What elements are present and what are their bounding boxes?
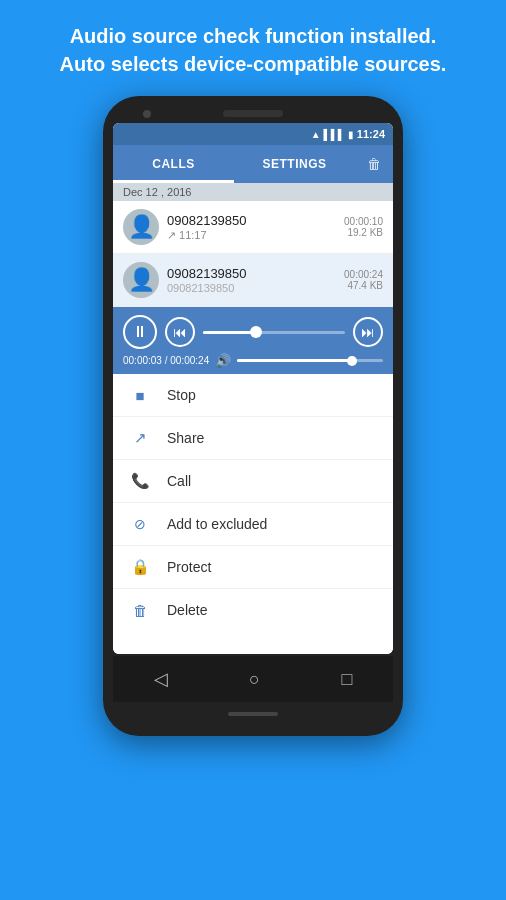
phone-screen: ▲ ▌▌▌ ▮ 11:24 CALLS SETTINGS 🗑 xyxy=(113,123,393,654)
call-sub-2: 09082139850 xyxy=(167,282,336,294)
menu-label-protect: Protect xyxy=(167,559,211,575)
date-header: Dec 12 , 2016 xyxy=(113,183,393,201)
status-icons: ▲ ▌▌▌ ▮ 11:24 xyxy=(311,128,385,140)
volume-fill xyxy=(237,359,354,362)
pause-button[interactable]: ⏸ xyxy=(123,315,157,349)
tab-settings-label: SETTINGS xyxy=(262,157,326,171)
menu-label-exclude: Add to excluded xyxy=(167,516,267,532)
home-button[interactable]: ○ xyxy=(249,669,260,690)
menu-item-exclude[interactable]: ⊘ Add to excluded xyxy=(113,503,393,546)
call-list: 👤 09082139850 ↗ 11:17 00:00:10 19.2 KB xyxy=(113,201,393,307)
stop-icon: ■ xyxy=(129,384,151,406)
call-meta-1: 00:00:10 19.2 KB xyxy=(344,216,383,238)
home-bar xyxy=(228,712,278,716)
prev-icon: ⏮ xyxy=(173,324,187,340)
signal-icon: ▌▌▌ xyxy=(324,129,345,140)
player-current-time: 00:00:03 / 00:00:24 xyxy=(123,355,209,366)
call-item-1[interactable]: 👤 09082139850 ↗ 11:17 00:00:10 19.2 KB xyxy=(113,201,393,254)
avatar-1: 👤 xyxy=(123,209,159,245)
call-sub-text-1: ↗ 11:17 xyxy=(167,229,207,242)
player-time-row: 00:00:03 / 00:00:24 🔊 xyxy=(123,353,383,368)
call-item-2[interactable]: 👤 09082139850 09082139850 00:00:24 47.4 … xyxy=(113,254,393,307)
menu-label-delete: Delete xyxy=(167,602,207,618)
call-sub-1: ↗ 11:17 xyxy=(167,229,336,242)
nav-bar: ◁ ○ □ xyxy=(113,656,393,702)
volume-icon: 🔊 xyxy=(215,353,231,368)
seek-thumb xyxy=(250,326,262,338)
next-button[interactable]: ⏭ xyxy=(353,317,383,347)
call-number-1: 09082139850 xyxy=(167,213,336,228)
tab-bar: CALLS SETTINGS 🗑 xyxy=(113,145,393,183)
player-bar: ⏸ ⏮ ⏭ xyxy=(113,307,393,374)
menu-label-stop: Stop xyxy=(167,387,196,403)
person-icon-1: 👤 xyxy=(128,214,155,240)
recents-button[interactable]: □ xyxy=(341,669,352,690)
date-text: Dec 12 , 2016 xyxy=(123,186,192,198)
tab-calls[interactable]: CALLS xyxy=(113,145,234,183)
battery-icon: ▮ xyxy=(348,129,354,140)
menu-item-share[interactable]: ↗ Share xyxy=(113,417,393,460)
seek-track xyxy=(203,331,345,334)
header-text: Audio source check function installed. A… xyxy=(0,0,506,96)
call-info-1: 09082139850 ↗ 11:17 xyxy=(167,213,336,242)
status-bar: ▲ ▌▌▌ ▮ 11:24 xyxy=(113,123,393,145)
menu-label-call: Call xyxy=(167,473,191,489)
wifi-icon: ▲ xyxy=(311,129,321,140)
phone-top xyxy=(113,110,393,117)
call-duration-1: 00:00:10 xyxy=(344,216,383,227)
next-icon: ⏭ xyxy=(361,324,375,340)
call-size-2: 47.4 KB xyxy=(344,280,383,291)
menu-item-stop[interactable]: ■ Stop xyxy=(113,374,393,417)
context-menu: ■ Stop ↗ Share 📞 Call xyxy=(113,374,393,654)
trash-icon: 🗑 xyxy=(367,156,381,172)
phone-bottom xyxy=(113,706,393,722)
tab-calls-label: CALLS xyxy=(152,157,195,171)
menu-item-protect[interactable]: 🔒 Protect xyxy=(113,546,393,589)
person-icon-2: 👤 xyxy=(128,267,155,293)
volume-thumb xyxy=(347,356,357,366)
header-line1: Audio source check function installed. xyxy=(20,22,486,50)
volume-track[interactable] xyxy=(237,359,383,362)
menu-item-delete[interactable]: 🗑 Delete xyxy=(113,589,393,631)
delete-icon: 🗑 xyxy=(129,599,151,621)
menu-label-share: Share xyxy=(167,430,204,446)
phone: ▲ ▌▌▌ ▮ 11:24 CALLS SETTINGS 🗑 xyxy=(103,96,403,736)
pause-icon: ⏸ xyxy=(132,323,148,341)
player-controls: ⏸ ⏮ ⏭ xyxy=(123,315,383,349)
phone-speaker xyxy=(223,110,283,117)
exclude-icon: ⊘ xyxy=(129,513,151,535)
delete-tab-icon[interactable]: 🗑 xyxy=(355,145,393,183)
protect-icon: 🔒 xyxy=(129,556,151,578)
seek-progress xyxy=(203,331,253,334)
avatar-2: 👤 xyxy=(123,262,159,298)
call-number-2: 09082139850 xyxy=(167,266,336,281)
call-sub-text-2: 09082139850 xyxy=(167,282,234,294)
prev-button[interactable]: ⏮ xyxy=(165,317,195,347)
menu-item-call[interactable]: 📞 Call xyxy=(113,460,393,503)
phone-wrapper: ▲ ▌▌▌ ▮ 11:24 CALLS SETTINGS 🗑 xyxy=(0,96,506,736)
back-button[interactable]: ◁ xyxy=(154,668,168,690)
status-time: 11:24 xyxy=(357,128,385,140)
phone-camera xyxy=(143,110,151,118)
call-duration-2: 00:00:24 xyxy=(344,269,383,280)
call-info-2: 09082139850 09082139850 xyxy=(167,266,336,294)
call-size-1: 19.2 KB xyxy=(344,227,383,238)
tab-settings[interactable]: SETTINGS xyxy=(234,145,355,183)
share-icon: ↗ xyxy=(129,427,151,449)
call-meta-2: 00:00:24 47.4 KB xyxy=(344,269,383,291)
background: Audio source check function installed. A… xyxy=(0,0,506,900)
call-icon: 📞 xyxy=(129,470,151,492)
seek-bar[interactable] xyxy=(203,331,345,334)
header-line2: Auto selects device-compatible sources. xyxy=(20,50,486,78)
